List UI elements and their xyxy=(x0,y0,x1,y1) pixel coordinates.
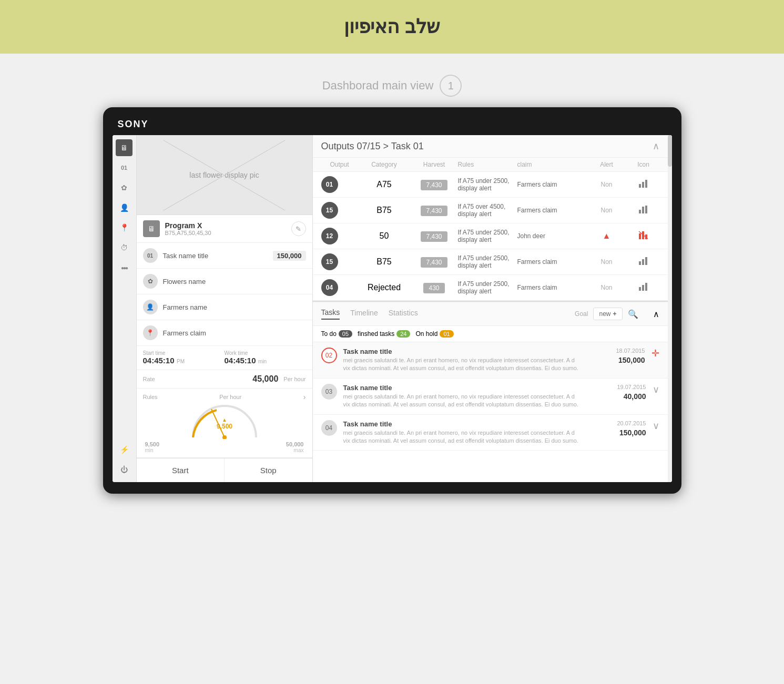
row-category: Rejected xyxy=(358,283,411,292)
device-wrapper: SONY 🖥 01 ✿ 👤 📍 ⏱ ●●● ⚡ ⏻ last xyxy=(0,107,784,515)
icon-strip-flower[interactable]: ✿ xyxy=(116,179,133,196)
row-category: B75 xyxy=(358,257,411,267)
icon-strip-zigzag[interactable]: ⚡ xyxy=(116,441,133,458)
stop-button[interactable]: Stop xyxy=(225,458,312,482)
step-label-text: Dashborad main view xyxy=(322,79,434,93)
row-claim: Farmers claim xyxy=(517,258,586,266)
work-time-suffix: min xyxy=(258,359,267,364)
main-content: Outputs 07/15 > Task 01 ∧ Output Categor… xyxy=(313,135,668,482)
filter-todo[interactable]: To do 05 xyxy=(321,330,353,338)
table-header: Output Category Harvest Rules claim Aler… xyxy=(313,158,668,172)
work-time-value: 04:45:10 xyxy=(225,356,256,365)
row-category: 50 xyxy=(358,231,411,241)
row-output: 04 xyxy=(321,279,358,296)
gauge-max-label: max xyxy=(286,447,304,453)
row-claim: Farmers claim xyxy=(517,284,586,291)
outputs-title: Outputs 07/15 > Task 01 xyxy=(321,141,653,152)
filter-onhold[interactable]: On hold 01 xyxy=(415,330,453,338)
table-row: 12 50 7,430 If A75 under 2500, display a… xyxy=(313,223,668,249)
row-output: 15 xyxy=(321,253,358,270)
task-date: 19.07.2015 xyxy=(617,384,646,390)
task-meta: 18.07.2015 150,000 xyxy=(587,348,645,364)
start-time-block: Start time 04:45:10 PM xyxy=(143,350,225,365)
row-claim: Farmers claim xyxy=(517,181,586,188)
col-header-category: Category xyxy=(358,161,411,168)
icon-strip-pin[interactable]: 📍 xyxy=(116,219,133,236)
scrollbar[interactable] xyxy=(668,135,672,482)
sidebar-claim-row: 📍 Farmers claim xyxy=(137,320,312,346)
icon-strip-task[interactable]: 01 xyxy=(116,159,133,176)
row-rules: If A75 under 2500, display alert xyxy=(458,229,517,243)
gauge-min-label: min xyxy=(145,447,160,453)
tasks-collapse-btn[interactable]: ∧ xyxy=(653,309,659,319)
table-row: 01 A75 7,430 If A75 under 2500, display … xyxy=(313,172,668,198)
start-time-label: Start time xyxy=(143,350,225,356)
icon-strip-farmer[interactable]: 👤 xyxy=(116,199,133,216)
row-alert: Non xyxy=(586,258,628,266)
icon-strip: 🖥 01 ✿ 👤 📍 ⏱ ●●● ⚡ ⏻ xyxy=(113,135,137,482)
search-icon[interactable]: 🔍 xyxy=(628,309,638,319)
task-meta: 19.07.2015 40,000 xyxy=(588,384,646,401)
task-chevron-icon[interactable]: ∨ xyxy=(653,384,659,395)
icon-strip-monitor[interactable]: 🖥 xyxy=(116,139,133,156)
row-claim: Farmers claim xyxy=(517,207,586,214)
rate-label: Rate xyxy=(143,376,248,382)
tab-timeline[interactable]: Timeline xyxy=(350,309,378,319)
new-button[interactable]: new + xyxy=(593,308,622,320)
start-button[interactable]: Start xyxy=(137,458,225,482)
sidebar-claim-icon: 📍 xyxy=(143,325,158,340)
task-date: 20.07.2015 xyxy=(617,420,646,426)
list-item: 03 Task name title mei graecis salutandi… xyxy=(313,379,668,415)
svg-rect-8 xyxy=(642,207,644,213)
tab-tasks[interactable]: Tasks xyxy=(321,308,340,320)
icon-strip-dots[interactable]: ●●● xyxy=(116,259,133,276)
rules-chevron-icon[interactable]: › xyxy=(303,393,306,401)
gauge-max-value: 50,000 xyxy=(286,441,304,447)
program-sub: B75,A75,50,45,30 xyxy=(165,230,286,236)
task-value: 150,000 xyxy=(618,356,645,364)
start-time-value: 04:45:10 xyxy=(143,356,175,365)
row-harvest: 7,430 xyxy=(411,231,458,241)
sidebar-rules-row: Rules Per hour › xyxy=(137,389,312,458)
scrollbar-thumb[interactable] xyxy=(668,135,672,167)
sidebar-task-label: Task name title xyxy=(163,252,268,260)
tab-statistics[interactable]: Statistics xyxy=(389,309,418,319)
row-icon xyxy=(628,282,659,293)
svg-rect-10 xyxy=(639,233,641,239)
rate-value: 45,000 xyxy=(252,374,278,384)
gauge-min-value: 9,500 xyxy=(145,441,160,447)
svg-text:▲: ▲ xyxy=(222,417,227,423)
icon-strip-power[interactable]: ⏻ xyxy=(116,461,133,478)
row-alert: Non xyxy=(586,181,628,188)
task-name: Task name title xyxy=(343,384,582,392)
task-name: Task name title xyxy=(343,420,582,428)
rate-suffix: Per hour xyxy=(283,376,306,382)
work-time-block: Work time 04:45:10 min xyxy=(225,350,306,365)
outputs-collapse-btn[interactable]: ∧ xyxy=(653,140,659,152)
sidebar-program-row: 🖥 Program X B75,A75,50,45,30 ✎ xyxy=(137,215,312,243)
icon-strip-clock[interactable]: ⏱ xyxy=(116,239,133,256)
step-label-area: Dashborad main view 1 xyxy=(0,54,784,107)
list-item: 02 Task name title mei graecis salutandi… xyxy=(313,342,668,379)
work-time-label: Work time xyxy=(225,350,306,356)
col-header-claim: claim xyxy=(517,161,586,168)
program-edit-btn[interactable]: ✎ xyxy=(291,221,306,236)
row-category: A75 xyxy=(358,180,411,189)
col-header-rules: Rules xyxy=(458,161,517,168)
tasks-header: Tasks Timeline Statistics Goal new + 🔍 ∧ xyxy=(313,302,668,326)
col-header-icon: Icon xyxy=(628,161,659,168)
sidebar-time-row: Start time 04:45:10 PM Work time 04:45:1… xyxy=(137,346,312,370)
device-screen: 🖥 01 ✿ 👤 📍 ⏱ ●●● ⚡ ⏻ last flower display… xyxy=(113,135,672,482)
table-row: 04 Rejected 430 If A75 under 2500, displ… xyxy=(313,275,668,301)
sidebar-task-value: 150,000 xyxy=(273,251,306,261)
program-name: Program X xyxy=(165,221,286,230)
row-harvest: 7,430 xyxy=(411,206,458,215)
task-chevron-icon[interactable]: ∨ xyxy=(653,420,659,432)
task-drag-icon[interactable]: ✛ xyxy=(651,348,659,359)
task-content: Task name title mei graecis salutandi te… xyxy=(343,420,582,445)
row-rules: If A75 under 2500, display alert xyxy=(458,254,517,269)
svg-rect-7 xyxy=(639,210,641,213)
filter-finished[interactable]: finshed tasks 24 xyxy=(358,330,410,338)
task-date: 18.07.2015 xyxy=(616,348,645,354)
gauge-svg: 9,500 ▲ xyxy=(188,400,261,439)
